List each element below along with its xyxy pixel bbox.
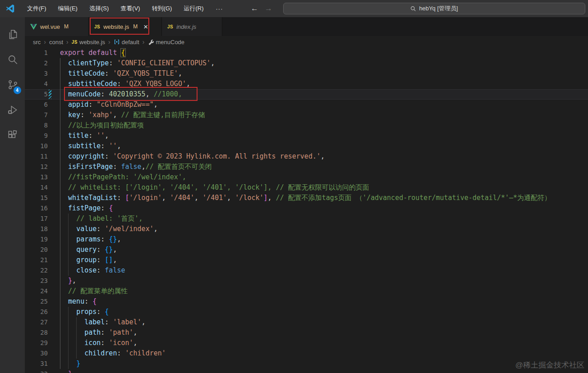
code-line[interactable]: 13 //fistPagePath: '/wel/index',	[25, 172, 588, 182]
code-lines: 1export default {2 clientType: 'CONFIG_C…	[25, 48, 588, 373]
tab-label: website.js	[103, 23, 129, 30]
line-number: 32	[25, 369, 60, 373]
code-line[interactable]: 5 menuCode: 402010355, //1000,	[25, 89, 588, 100]
line-number: 1	[25, 48, 60, 58]
breadcrumb-default[interactable]: default	[114, 39, 139, 45]
code-line[interactable]: 19 params: {},	[25, 234, 588, 245]
explorer-icon[interactable]	[2, 22, 23, 47]
chevron-right-icon: ›	[142, 38, 145, 45]
run-and-debug-icon[interactable]	[2, 97, 23, 123]
line-number: 27	[25, 317, 60, 328]
menu-edit[interactable]: 编辑(E)	[52, 0, 83, 17]
menu-file[interactable]: 文件(F)	[21, 0, 52, 17]
breadcrumb-label: website.js	[79, 39, 105, 45]
menu-goto[interactable]: 转到(G)	[146, 0, 178, 17]
tab-bar: wel.vue M JS website.js M × JS index.js	[25, 17, 588, 36]
extensions-icon[interactable]	[2, 123, 23, 148]
watermark: @稀土掘金技术社区	[515, 360, 584, 370]
code-line[interactable]: 10 subtitle: '',	[25, 141, 588, 151]
line-number: 22	[25, 265, 60, 276]
line-number: 2	[25, 58, 60, 68]
code-line[interactable]: 8 //以上为项目初始配置项	[25, 120, 588, 131]
vscode-logo-icon	[5, 4, 15, 14]
line-number: 11	[25, 151, 60, 162]
vue-icon	[30, 24, 37, 30]
line-number: 13	[25, 172, 60, 182]
menu-run[interactable]: 运行(R)	[178, 0, 209, 17]
code-line[interactable]: 7 key: 'xahp', // 配置主键,目前用于存储	[25, 110, 588, 120]
source-control-icon[interactable]: 4	[2, 72, 23, 97]
modified-badge: M	[64, 23, 69, 30]
back-arrow-icon[interactable]: ←	[251, 4, 258, 13]
code-line[interactable]: 26 props: {	[25, 307, 588, 317]
code-line[interactable]: 28 path: 'path',	[25, 328, 588, 338]
search-icon	[410, 6, 416, 12]
line-number: 14	[25, 182, 60, 193]
code-line[interactable]: 32 },	[25, 369, 588, 373]
source-control-badge: 4	[14, 86, 21, 94]
code-line[interactable]: 17 // label: '首页',	[25, 214, 588, 224]
code-line[interactable]: 29 icon: 'icon',	[25, 338, 588, 348]
line-number: 19	[25, 234, 60, 245]
code-line[interactable]: 15 whiteTagList: ['/login', '/404', '/40…	[25, 193, 588, 203]
code-line[interactable]: 21 group: [],	[25, 255, 588, 265]
breadcrumb-const[interactable]: const	[49, 39, 63, 45]
line-number: 4	[25, 79, 60, 89]
code-line[interactable]: 20 query: {},	[25, 245, 588, 255]
code-line[interactable]: 2 clientType: 'CONFIG_CLIENT_OCTOPUS',	[25, 58, 588, 68]
menu-selection[interactable]: 选择(S)	[83, 0, 115, 17]
menu-more-button[interactable]: ···	[209, 5, 229, 12]
code-line[interactable]: 3 titleCode: 'QZX_YQBS_TITLE',	[25, 68, 588, 79]
breadcrumb-label: menuCode	[156, 39, 184, 45]
close-icon[interactable]: ×	[143, 23, 148, 31]
line-number: 23	[25, 276, 60, 286]
line-number: 3	[25, 68, 60, 79]
code-line[interactable]: 24 // 配置菜单的属性	[25, 286, 588, 296]
breadcrumb-src[interactable]: src	[33, 39, 41, 45]
line-number: 16	[25, 203, 60, 214]
indent-guide	[68, 307, 69, 369]
code-line[interactable]: 6 appid: "cGlnOnBpZw==",	[25, 100, 588, 110]
code-line[interactable]: 1export default {	[25, 48, 588, 58]
code-editor[interactable]: 1export default {2 clientType: 'CONFIG_C…	[25, 48, 588, 373]
chevron-right-icon: ›	[44, 38, 46, 45]
breadcrumb-website-js[interactable]: JS website.js	[72, 39, 105, 45]
line-number: 12	[25, 162, 60, 172]
search-sidebar-icon[interactable]	[2, 47, 23, 72]
line-number: 5	[25, 89, 60, 100]
code-line[interactable]: 30 children: 'children'	[25, 348, 588, 359]
code-line[interactable]: 27 label: 'label',	[25, 317, 588, 328]
code-line[interactable]: 18 value: '/wel/index',	[25, 224, 588, 234]
tab-website-js[interactable]: JS website.js M ×	[89, 17, 162, 36]
code-line[interactable]: 4 subtitleCode: 'QZX_YQBS_LOGO',	[25, 79, 588, 89]
code-line[interactable]: 31 }	[25, 359, 588, 369]
chevron-right-icon: ›	[108, 38, 110, 45]
code-line[interactable]: 12 isFirstPage: false,// 配置首页不可关闭	[25, 162, 588, 172]
menu-view[interactable]: 查看(V)	[115, 0, 146, 17]
code-line[interactable]: 22 close: false	[25, 265, 588, 276]
line-number: 18	[25, 224, 60, 234]
line-number: 10	[25, 141, 60, 151]
line-number: 31	[25, 359, 60, 369]
code-line[interactable]: 11 copyright: 'Copyright © 2023 Hylink.c…	[25, 151, 588, 162]
code-line[interactable]: 23 },	[25, 276, 588, 286]
indent-guide	[76, 317, 77, 359]
tab-label: index.js	[176, 23, 196, 30]
tab-wel-vue[interactable]: wel.vue M	[25, 17, 89, 36]
command-center-text: hebYq [管理员]	[419, 5, 458, 13]
activity-bar: 4	[0, 17, 25, 373]
line-number: 15	[25, 193, 60, 203]
command-center-search[interactable]: hebYq [管理员]	[283, 3, 585, 14]
js-icon: JS	[94, 24, 100, 29]
line-number: 29	[25, 338, 60, 348]
code-line[interactable]: 25 menu: {	[25, 296, 588, 307]
breadcrumb-menucode[interactable]: menuCode	[147, 39, 184, 45]
js-icon: JS	[72, 40, 78, 45]
tab-label: wel.vue	[40, 23, 60, 30]
line-number: 6	[25, 100, 60, 110]
tab-index-js[interactable]: JS index.js	[162, 17, 222, 36]
breadcrumb: src › const › JS website.js › default ›	[25, 36, 588, 48]
code-line[interactable]: 9 title: '',	[25, 131, 588, 141]
code-line[interactable]: 16 fistPage: {	[25, 203, 588, 214]
code-line[interactable]: 14 // whiteList: ['/login', '/404', '/40…	[25, 182, 588, 193]
